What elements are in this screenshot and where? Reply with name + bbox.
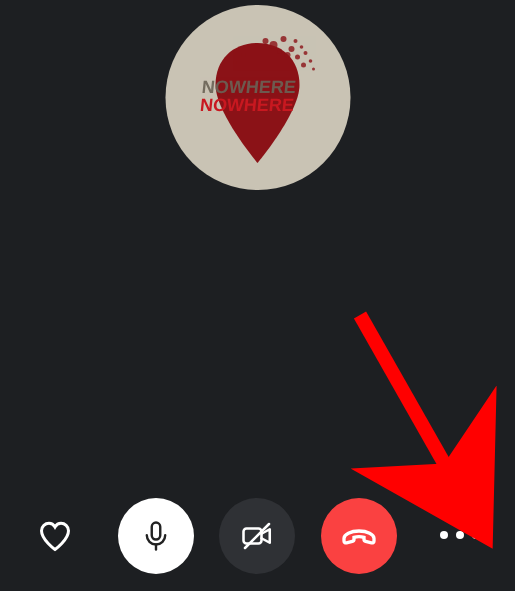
contact-avatar: NOWHERE NOWHERE: [165, 5, 350, 190]
svg-point-0: [269, 41, 277, 49]
microphone-icon: [139, 519, 173, 553]
call-action-bar: [0, 491, 515, 581]
avatar-text-upper: NOWHERE: [200, 77, 296, 97]
more-options-icon: [440, 531, 480, 541]
end-call-button[interactable]: [321, 498, 397, 574]
more-options-button[interactable]: [440, 531, 480, 541]
nowhere-logo-icon: NOWHERE NOWHERE: [165, 5, 350, 190]
svg-point-4: [301, 63, 306, 68]
heart-icon: [37, 518, 73, 554]
svg-point-6: [293, 39, 297, 43]
svg-rect-15: [152, 523, 161, 540]
svg-point-2: [288, 46, 294, 52]
svg-point-11: [312, 68, 315, 71]
hang-up-icon: [339, 516, 379, 556]
avatar-text-lower: NOWHERE: [198, 95, 294, 115]
video-off-icon: [239, 518, 275, 554]
svg-point-5: [303, 51, 307, 55]
mute-button[interactable]: [118, 498, 194, 574]
svg-point-3: [295, 55, 300, 60]
svg-point-12: [299, 45, 303, 49]
svg-rect-14: [233, 61, 236, 64]
react-button[interactable]: [36, 517, 74, 555]
svg-point-1: [280, 36, 286, 42]
svg-point-10: [308, 59, 312, 63]
svg-line-19: [360, 315, 465, 500]
video-toggle-button[interactable]: [219, 498, 295, 574]
svg-point-9: [262, 38, 268, 44]
svg-point-8: [277, 49, 282, 54]
svg-point-7: [284, 52, 290, 58]
svg-rect-13: [241, 53, 245, 57]
